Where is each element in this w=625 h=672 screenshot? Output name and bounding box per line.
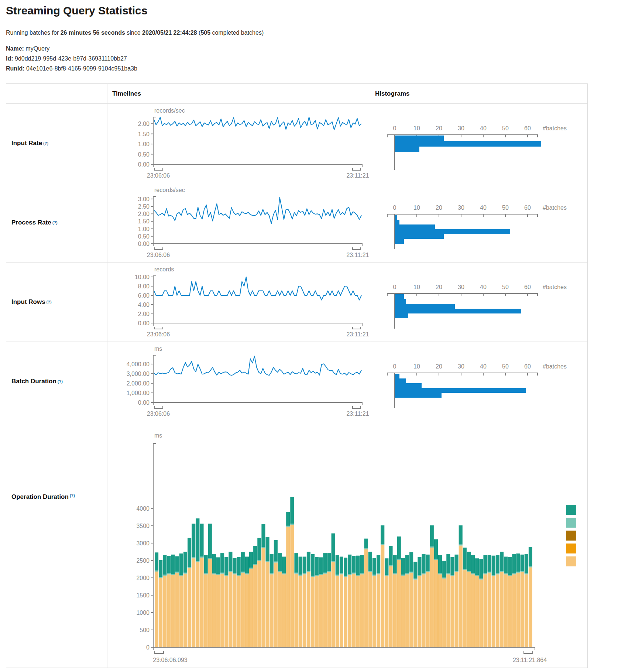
svg-text:ms: ms xyxy=(154,432,162,439)
svg-text:0.00: 0.00 xyxy=(138,241,150,247)
svg-text:23:11:21.864: 23:11:21.864 xyxy=(513,657,547,663)
svg-text:10: 10 xyxy=(413,205,420,211)
input-rate-histogram-chart: 0102030405060#batches xyxy=(370,104,587,183)
query-runid-line: RunId: 04e101e6-8bf8-4165-9099-9104c951b… xyxy=(6,64,137,73)
svg-text:0.00: 0.00 xyxy=(138,320,150,326)
svg-text:2.00: 2.00 xyxy=(138,121,150,127)
batch-duration-timeline-chart: ms0.001,000.002,000.003,000.004,000.0023… xyxy=(107,342,370,421)
svg-text:10: 10 xyxy=(413,125,420,131)
summary-batch-count: 505 xyxy=(200,30,210,36)
batch-duration-help-icon[interactable]: (?) xyxy=(58,379,63,384)
svg-text:23:06:06: 23:06:06 xyxy=(147,411,170,417)
input-rows-help-icon[interactable]: (?) xyxy=(47,300,52,304)
process-rate-help-icon[interactable]: (?) xyxy=(52,220,58,225)
svg-text:0: 0 xyxy=(393,205,396,211)
streaming-query-statistics-page: Streaming Query Statistics Running batch… xyxy=(0,0,625,672)
svg-text:1.50: 1.50 xyxy=(138,218,150,224)
svg-text:23:06:06: 23:06:06 xyxy=(147,252,170,258)
svg-text:23:06:06: 23:06:06 xyxy=(147,331,170,337)
operation-duration-row: Operation Duration(?) ms0500100015002000… xyxy=(6,421,587,668)
svg-text:30: 30 xyxy=(458,205,464,211)
operation-duration-label: Operation Duration(?) xyxy=(6,421,107,668)
query-meta: Name: myQuery Id: 9d0dd219-995d-423e-b97… xyxy=(6,44,137,73)
svg-text:#batches: #batches xyxy=(543,205,567,211)
summary-duration: 26 minutes 56 seconds xyxy=(61,30,125,36)
summary-suffix: completed batches) xyxy=(210,30,264,36)
summary-prefix: Running batches for xyxy=(6,30,61,36)
svg-text:4000: 4000 xyxy=(136,505,150,512)
svg-text:20: 20 xyxy=(436,205,442,211)
svg-text:23:11:21: 23:11:21 xyxy=(346,331,369,337)
svg-text:3500: 3500 xyxy=(136,523,150,529)
svg-text:4.00: 4.00 xyxy=(138,302,150,308)
svg-text:23:06:06: 23:06:06 xyxy=(147,172,170,179)
svg-text:1.00: 1.00 xyxy=(138,226,150,232)
svg-text:0: 0 xyxy=(393,284,396,290)
svg-text:2500: 2500 xyxy=(136,558,150,564)
svg-text:2.00: 2.00 xyxy=(138,211,150,217)
svg-text:50: 50 xyxy=(502,284,509,290)
svg-text:1.50: 1.50 xyxy=(138,131,150,137)
query-id-label: Id: xyxy=(6,55,13,62)
svg-text:3.00: 3.00 xyxy=(138,196,150,202)
svg-text:30: 30 xyxy=(458,363,464,370)
svg-text:10: 10 xyxy=(413,284,420,290)
operation-duration-help-icon[interactable]: (?) xyxy=(70,493,75,498)
svg-text:20: 20 xyxy=(436,363,442,370)
batch-duration-row: Batch Duration(?) ms0.001,000.002,000.00… xyxy=(6,342,587,421)
svg-text:records/sec: records/sec xyxy=(154,187,185,193)
svg-text:1.00: 1.00 xyxy=(138,141,150,147)
input-rate-help-icon[interactable]: (?) xyxy=(43,141,48,145)
input-rate-row: Input Rate(?) records/sec0.000.501.001.5… xyxy=(6,104,587,183)
svg-text:23:06:06.093: 23:06:06.093 xyxy=(153,657,188,663)
svg-text:1,000.00: 1,000.00 xyxy=(127,390,150,396)
input-rate-label: Input Rate(?) xyxy=(6,104,107,183)
svg-text:0.00: 0.00 xyxy=(138,400,150,406)
svg-text:1000: 1000 xyxy=(136,610,150,616)
input-rate-timeline-chart: records/sec0.000.501.001.502.0023:06:062… xyxy=(107,104,370,183)
svg-text:0: 0 xyxy=(146,644,150,651)
process-rate-label: Process Rate(?) xyxy=(6,183,107,262)
svg-text:2.50: 2.50 xyxy=(138,203,150,210)
svg-text:3000: 3000 xyxy=(136,540,150,546)
svg-text:0.50: 0.50 xyxy=(138,233,150,240)
svg-text:0: 0 xyxy=(393,125,396,131)
query-runid-value: 04e101e6-8bf8-4165-9099-9104c951ba3b xyxy=(26,65,137,72)
input-rows-histogram-chart: 0102030405060#batches xyxy=(370,263,587,342)
stats-table: Timelines Histograms Input Rate(?) recor… xyxy=(6,83,588,668)
svg-text:23:11:21: 23:11:21 xyxy=(346,252,369,258)
svg-text:60: 60 xyxy=(524,205,531,211)
running-batches-summary: Running batches for 26 minutes 56 second… xyxy=(6,30,264,36)
svg-text:40: 40 xyxy=(480,363,487,370)
header-empty-cell xyxy=(6,84,107,103)
operation-duration-stacked-chart: ms0500100015002000250030003500400023:06:… xyxy=(107,421,587,668)
input-rows-timeline-chart: records0.002.004.006.008.0010.0023:06:06… xyxy=(107,263,370,342)
svg-text:60: 60 xyxy=(524,363,531,370)
svg-text:#batches: #batches xyxy=(543,284,567,290)
svg-text:60: 60 xyxy=(524,284,531,290)
svg-text:8.00: 8.00 xyxy=(138,283,150,289)
svg-text:30: 30 xyxy=(458,125,464,131)
svg-text:30: 30 xyxy=(458,284,464,290)
svg-text:20: 20 xyxy=(436,284,442,290)
svg-text:50: 50 xyxy=(502,363,509,370)
svg-text:2.00: 2.00 xyxy=(138,311,150,317)
svg-text:records/sec: records/sec xyxy=(154,107,185,114)
svg-text:50: 50 xyxy=(502,125,509,131)
svg-text:4,000.00: 4,000.00 xyxy=(127,361,150,367)
svg-text:records: records xyxy=(154,266,174,272)
svg-text:40: 40 xyxy=(480,125,487,131)
query-name-line: Name: myQuery xyxy=(6,44,137,54)
header-timelines: Timelines xyxy=(107,84,370,103)
input-rows-row: Input Rows(?) records0.002.004.006.008.0… xyxy=(6,263,587,342)
svg-text:10.00: 10.00 xyxy=(135,274,150,280)
summary-mid: since xyxy=(125,30,142,36)
svg-text:2,000.00: 2,000.00 xyxy=(127,380,150,387)
process-rate-histogram-chart: 0102030405060#batches xyxy=(370,183,587,262)
svg-text:500: 500 xyxy=(140,627,150,633)
process-rate-row: Process Rate(?) records/sec0.000.501.001… xyxy=(6,183,587,263)
query-name-label: Name: xyxy=(6,45,24,52)
svg-text:0: 0 xyxy=(393,363,396,370)
summary-paren: ( xyxy=(197,30,201,36)
header-histograms: Histograms xyxy=(370,84,587,103)
